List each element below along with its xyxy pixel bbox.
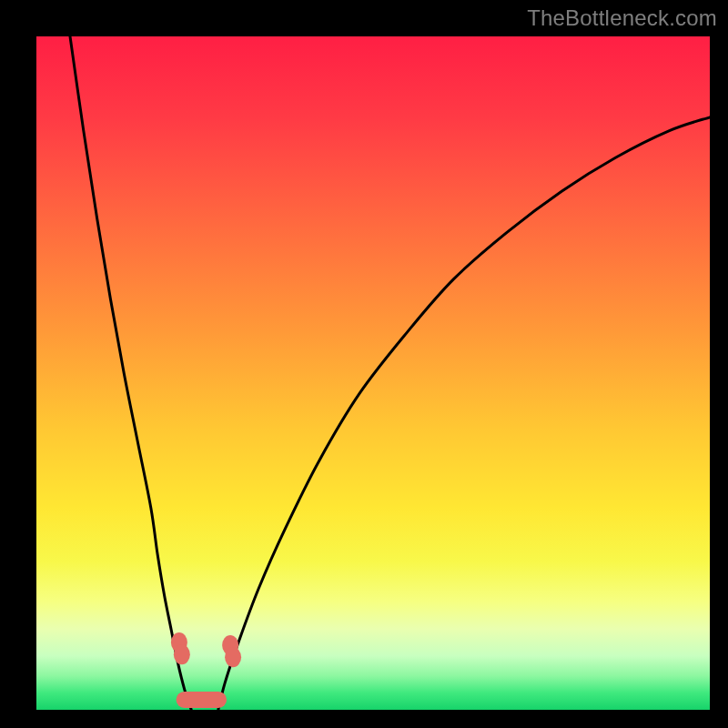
chart-frame: TheBottleneck.com	[0, 0, 728, 728]
marker-blob-3	[225, 647, 241, 667]
marker-pill-4	[177, 692, 228, 708]
marker-blob-1	[174, 644, 190, 664]
bottleneck-chart	[36, 36, 710, 710]
attribution-watermark: TheBottleneck.com	[527, 5, 717, 31]
